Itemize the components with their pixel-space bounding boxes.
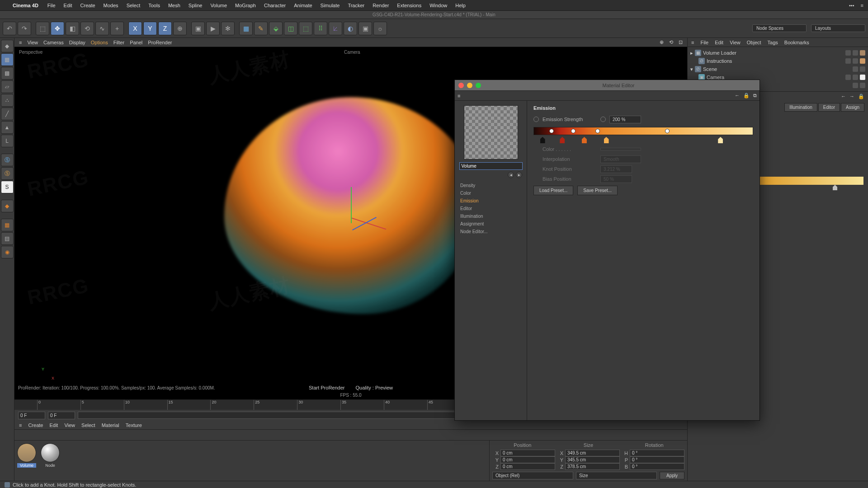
- pos-z-field[interactable]: 0 cm: [500, 463, 555, 470]
- channel-assignment[interactable]: Assignment: [459, 220, 522, 228]
- environment-icon[interactable]: ◐: [344, 22, 357, 35]
- object-row[interactable]: ▾ ∅ Scene: [690, 65, 865, 73]
- gradient-bottom-knot[interactable]: [604, 137, 609, 143]
- bias-position-field[interactable]: 50 %: [600, 175, 632, 183]
- render-view-icon[interactable]: ▣: [191, 22, 205, 35]
- emission-strength-field[interactable]: 200 %: [609, 116, 641, 123]
- scale-icon[interactable]: ◧: [66, 22, 79, 35]
- gradient-bar[interactable]: [533, 127, 753, 135]
- load-preset-button[interactable]: Load Preset...: [533, 186, 573, 195]
- visibility-toggle[interactable]: [845, 50, 851, 56]
- start-prorender-button[interactable]: Start ProRender: [309, 385, 344, 390]
- menu-file[interactable]: File: [47, 3, 56, 8]
- render-picture-icon[interactable]: ▶: [206, 22, 220, 35]
- menu-character[interactable]: Character: [264, 3, 286, 8]
- viewport-nav-icon[interactable]: ⊡: [679, 39, 683, 45]
- subdiv-icon[interactable]: ◫: [284, 22, 297, 35]
- light-icon[interactable]: ☼: [373, 22, 387, 35]
- render-toggle[interactable]: [853, 50, 858, 56]
- material-name-field[interactable]: Volume: [459, 162, 523, 170]
- recent-icon[interactable]: ∿: [95, 22, 109, 35]
- new-window-icon[interactable]: ⧉: [753, 93, 757, 99]
- menu-tools[interactable]: Tools: [148, 3, 160, 8]
- render-toggle[interactable]: [860, 66, 865, 72]
- gradient-top-knot[interactable]: [665, 129, 670, 133]
- size-z-field[interactable]: 378.5 cm: [565, 463, 620, 470]
- move-icon[interactable]: ✥: [51, 22, 64, 35]
- menu-select[interactable]: Select: [127, 3, 141, 8]
- menu-edit[interactable]: Edit: [64, 3, 72, 8]
- next-material-icon[interactable]: ▸: [516, 172, 522, 178]
- interpolation-dropdown[interactable]: Smooth: [600, 155, 641, 163]
- menu-window[interactable]: Window: [429, 3, 447, 8]
- channel-emission[interactable]: Emission: [459, 197, 522, 205]
- model-mode-icon[interactable]: ▦: [1, 53, 14, 66]
- render-toggle[interactable]: [853, 75, 858, 80]
- field-icon[interactable]: ⬚: [299, 22, 312, 35]
- viewport-nav-icon[interactable]: ⟲: [669, 39, 673, 45]
- hamburger-icon[interactable]: ≡: [19, 422, 22, 428]
- snap-icon[interactable]: Ⓢ: [1, 154, 14, 166]
- workplane-icon[interactable]: ▱: [1, 80, 14, 93]
- lock-icon[interactable]: 🔒: [743, 93, 750, 99]
- pos-y-field[interactable]: 0 cm: [500, 456, 555, 463]
- snap2-icon[interactable]: Ⓢ: [1, 167, 14, 180]
- om-object-menu[interactable]: Object: [747, 40, 761, 45]
- om-bookmarks-menu[interactable]: Bookmarks: [784, 40, 809, 45]
- mograph-icon[interactable]: ⠿: [314, 22, 327, 35]
- xray-icon[interactable]: ◉: [1, 246, 14, 258]
- gradient-knot-row[interactable]: [533, 135, 753, 144]
- options-menu[interactable]: Options: [91, 40, 108, 45]
- attr-tab-editor[interactable]: Editor: [818, 103, 840, 112]
- apply-button[interactable]: Apply: [660, 472, 684, 479]
- minimize-icon[interactable]: [467, 83, 472, 88]
- material-item-node[interactable]: Node: [41, 443, 60, 468]
- visibility-toggle[interactable]: [845, 58, 851, 64]
- render-settings-icon[interactable]: ✻: [221, 22, 235, 35]
- mat-material-menu[interactable]: Material: [102, 422, 119, 428]
- undo-icon[interactable]: ↶: [3, 22, 16, 35]
- menu-spline[interactable]: Spline: [189, 3, 203, 8]
- filter-menu[interactable]: Filter: [113, 40, 124, 45]
- visibility-toggle[interactable]: [853, 66, 858, 72]
- rot-p-field[interactable]: 0 °: [630, 456, 684, 463]
- hamburger-icon[interactable]: ≡: [691, 40, 694, 45]
- timeline-left-field[interactable]: 0 F: [48, 412, 75, 419]
- knot-position-field[interactable]: 3.212 %: [600, 165, 632, 173]
- gradient-top-knot[interactable]: [549, 129, 554, 133]
- timeline-start-field[interactable]: 0 F: [18, 412, 45, 419]
- om-tags-menu[interactable]: Tags: [768, 40, 778, 45]
- gradient-knot[interactable]: [833, 185, 837, 190]
- tag-icon[interactable]: [860, 58, 865, 64]
- om-edit-menu[interactable]: Edit: [715, 40, 723, 45]
- om-file-menu[interactable]: File: [700, 40, 708, 45]
- mat-select-menu[interactable]: Select: [81, 422, 95, 428]
- object-row[interactable]: ∅ Instructions: [690, 57, 865, 65]
- object-name[interactable]: Scene: [703, 66, 851, 72]
- lock-icon[interactable]: 🔒: [858, 94, 864, 99]
- mat-create-menu[interactable]: Create: [28, 422, 43, 428]
- back-icon[interactable]: ←: [735, 93, 740, 99]
- param-radio[interactable]: [533, 117, 539, 122]
- place-icon[interactable]: +: [110, 22, 124, 35]
- attr-tab-assign[interactable]: Assign: [841, 103, 864, 112]
- rot-h-field[interactable]: 0 °: [630, 450, 684, 456]
- menu-extensions[interactable]: Extensions: [397, 3, 421, 8]
- prev-material-icon[interactable]: ◂: [508, 172, 514, 178]
- channel-color[interactable]: Color: [459, 189, 522, 197]
- menu-simulate[interactable]: Simulate: [321, 3, 340, 8]
- rot-b-field[interactable]: 0 °: [630, 463, 684, 470]
- rotate-icon[interactable]: ⟲: [80, 22, 94, 35]
- attr-tab-illumination[interactable]: Illumination: [784, 103, 817, 112]
- y-axis-icon[interactable]: Y: [143, 22, 157, 35]
- active-camera-tag-icon[interactable]: [860, 75, 865, 80]
- edge-mode-icon[interactable]: ╱: [1, 108, 14, 120]
- material-editor-titlebar[interactable]: Material Editor: [455, 80, 760, 91]
- pos-x-field[interactable]: 0 cm: [500, 450, 555, 456]
- object-name[interactable]: Instructions: [707, 58, 844, 64]
- gradient-top-knot[interactable]: [595, 129, 600, 133]
- material-swatch-icon[interactable]: [17, 443, 36, 462]
- snap3-icon[interactable]: S: [1, 181, 14, 193]
- forward-icon[interactable]: →: [849, 94, 854, 99]
- grid-icon[interactable]: ▦: [1, 219, 14, 231]
